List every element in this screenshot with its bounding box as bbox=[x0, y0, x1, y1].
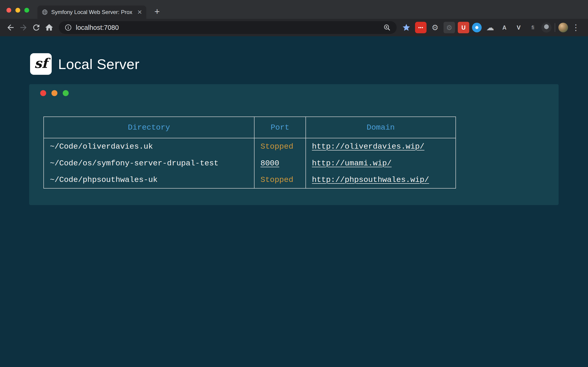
domain-cell: http://umami.wip/ bbox=[306, 155, 456, 172]
orange-dot-icon bbox=[52, 90, 57, 96]
page-title: Local Server bbox=[58, 56, 139, 72]
tab-title: Symfony Local Web Server: Prox bbox=[51, 9, 134, 15]
domain-cell: http://phpsouthwales.wip/ bbox=[306, 172, 456, 188]
reload-icon bbox=[32, 23, 41, 32]
directory-cell: ~/Code/phpsouthwales-uk bbox=[44, 172, 254, 188]
tab-strip: Symfony Local Web Server: Prox ✕ + bbox=[0, 0, 588, 19]
forward-button[interactable] bbox=[17, 21, 30, 34]
browser-toolbar: localhost:7080 ••• ⚙ ⚙ U ☁ A V fi ⋮ bbox=[0, 19, 588, 36]
port-cell: Stopped bbox=[254, 138, 306, 155]
column-header-port: Port bbox=[254, 117, 306, 138]
column-header-domain: Domain bbox=[306, 117, 456, 138]
profile-avatar[interactable] bbox=[558, 23, 568, 32]
home-icon bbox=[44, 23, 54, 32]
servers-table: Directory Port Domain ~/Code/oliverdavie… bbox=[43, 117, 456, 189]
table-row: ~/Code/phpsouthwales-uk Stopped http://p… bbox=[44, 172, 456, 188]
macos-traffic-lights bbox=[6, 8, 29, 13]
window-close-button[interactable] bbox=[6, 8, 11, 13]
domain-cell: http://oliverdavies.wip/ bbox=[306, 138, 456, 155]
extension-gear-icon[interactable]: ⚙ bbox=[429, 22, 441, 33]
window-minimize-button[interactable] bbox=[15, 8, 20, 13]
extension-icons: ••• ⚙ ⚙ U ☁ A V fi bbox=[415, 22, 552, 33]
site-header: sf Local Server bbox=[30, 53, 139, 75]
server-card: Directory Port Domain ~/Code/oliverdavie… bbox=[29, 84, 559, 205]
extension-fi-icon[interactable]: fi bbox=[527, 22, 539, 33]
globe-favicon-icon bbox=[42, 9, 48, 15]
extension-blue-circle-icon[interactable] bbox=[472, 23, 482, 32]
url-text: localhost:7080 bbox=[76, 24, 119, 31]
extension-dark-gear-icon[interactable]: ⚙ bbox=[443, 22, 455, 33]
extension-v-icon[interactable]: V bbox=[513, 22, 524, 33]
red-dot-icon bbox=[40, 90, 46, 96]
tab-close-button[interactable]: ✕ bbox=[137, 9, 142, 15]
back-arrow-icon bbox=[6, 23, 15, 32]
port-status: Stopped bbox=[260, 142, 293, 151]
column-header-directory: Directory bbox=[44, 117, 254, 138]
page-info-icon[interactable] bbox=[64, 24, 72, 31]
address-bar[interactable]: localhost:7080 bbox=[59, 21, 397, 34]
new-tab-button[interactable]: + bbox=[152, 6, 163, 17]
table-row: ~/Code/os/symfony-server-drupal-test 800… bbox=[44, 155, 456, 172]
toolbar-separator bbox=[555, 23, 555, 32]
window-zoom-button[interactable] bbox=[24, 8, 29, 13]
table-header-row: Directory Port Domain bbox=[44, 117, 456, 138]
forward-arrow-icon bbox=[19, 23, 28, 32]
table-row: ~/Code/oliverdavies.uk Stopped http://ol… bbox=[44, 138, 456, 155]
zoom-indicator-icon[interactable] bbox=[383, 23, 391, 32]
symfony-logo-text: sf bbox=[34, 56, 48, 71]
port-status: Stopped bbox=[260, 175, 293, 184]
back-button[interactable] bbox=[4, 21, 17, 34]
port-link[interactable]: 8000 bbox=[260, 159, 279, 168]
extension-red-grid-icon[interactable]: ••• bbox=[415, 22, 426, 33]
browser-menu-button[interactable]: ⋮ bbox=[568, 23, 584, 32]
symfony-logo: sf bbox=[30, 53, 52, 75]
extension-cloud-icon[interactable]: ☁ bbox=[484, 22, 496, 33]
terminal-dots bbox=[40, 90, 69, 96]
domain-link[interactable]: http://umami.wip/ bbox=[312, 159, 392, 168]
extension-a-icon[interactable]: A bbox=[499, 22, 510, 33]
home-button[interactable] bbox=[43, 21, 56, 34]
port-cell: 8000 bbox=[254, 155, 306, 172]
green-dot-icon bbox=[63, 90, 69, 96]
directory-cell: ~/Code/oliverdavies.uk bbox=[44, 138, 254, 155]
port-cell: Stopped bbox=[254, 172, 306, 188]
extension-octocat-icon[interactable] bbox=[541, 23, 552, 33]
domain-link[interactable]: http://phpsouthwales.wip/ bbox=[312, 175, 429, 184]
symfony-proxy-page: sf Local Server Directory Port Domain ~/… bbox=[0, 36, 588, 367]
star-icon bbox=[402, 23, 411, 32]
domain-link[interactable]: http://oliverdavies.wip/ bbox=[312, 142, 424, 151]
browser-tab[interactable]: Symfony Local Web Server: Prox ✕ bbox=[37, 6, 146, 19]
directory-cell: ~/Code/os/symfony-server-drupal-test bbox=[44, 155, 254, 172]
bookmark-star-button[interactable] bbox=[400, 21, 413, 34]
extension-ublock-icon[interactable]: U bbox=[458, 22, 469, 33]
reload-button[interactable] bbox=[30, 21, 43, 34]
browser-window: Symfony Local Web Server: Prox ✕ + local… bbox=[0, 0, 588, 36]
